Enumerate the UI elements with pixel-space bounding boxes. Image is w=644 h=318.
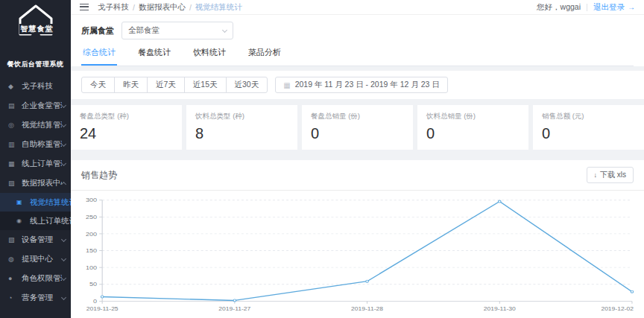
stat-value: 0 <box>426 125 520 142</box>
company-icon: ◆ <box>8 83 18 90</box>
download-xls-button[interactable]: ↓ 下载 xls <box>587 167 634 183</box>
breadcrumb-separator: / <box>133 3 135 12</box>
quick-range-group: 今天 昨天 近7天 近15天 近30天 <box>81 77 268 93</box>
calendar-icon: ▦ <box>283 81 290 89</box>
date-range-picker[interactable]: ▦ 2019 年 11 月 23 日 - 2019 年 12 月 23 日 <box>275 77 448 93</box>
stats-row: 餐盘总类型 (种) 24 饮料总类型 (种) 8 餐盘总销量 (份) 0 饮料总… <box>71 105 644 150</box>
stat-card-total-revenue: 销售总额 (元) 0 <box>533 105 644 150</box>
svg-text:2019-11-25: 2019-11-25 <box>86 306 119 312</box>
svg-text:100: 100 <box>86 264 97 270</box>
logout-icon: → <box>628 3 635 11</box>
stat-value: 8 <box>195 125 288 142</box>
brand-subtitle: 餐饮后台管理系统 <box>0 58 71 74</box>
svg-text:200: 200 <box>86 230 97 237</box>
sidebar-item-data-report[interactable]: ▨ 数据报表中心 <box>0 174 71 193</box>
svg-text:150: 150 <box>86 247 97 254</box>
tab-dish-analysis[interactable]: 菜品分析 <box>247 47 282 66</box>
chart-header: 销售趋势 ↓ 下载 xls <box>71 160 644 191</box>
sidebar-item-online-order[interactable]: ▦ 线上订单管理 <box>0 154 71 174</box>
range-today-button[interactable]: 今天 <box>81 77 115 93</box>
stats-tabs: 综合统计 餐盘统计 饮料统计 菜品分析 <box>81 47 634 66</box>
chevron-down-icon <box>61 236 66 241</box>
sidebar-subitem-vision-stats[interactable]: ▣ 视觉结算统计 <box>0 193 71 212</box>
chevron-down-icon <box>61 121 66 127</box>
tab-overall-stats[interactable]: 综合统计 <box>81 47 117 66</box>
sidebar-item-canteen-mgmt[interactable]: ▤ 企业食堂管理 <box>0 96 71 115</box>
range-yesterday-button[interactable]: 昨天 <box>114 77 148 93</box>
stat-value: 0 <box>311 125 404 142</box>
stat-value: 0 <box>542 125 635 142</box>
chevron-down-icon <box>61 255 66 261</box>
download-icon: ↓ <box>594 171 598 179</box>
chart-body: 0501001502002503002019-11-252019-11-2720… <box>71 191 644 318</box>
chevron-down-icon <box>61 160 66 165</box>
stat-card-plate-sales: 餐盘总销量 (份) 0 <box>302 105 413 150</box>
top-bar: 戈子科技 / 数据报表中心 / 视觉结算统计 您好，wggai 退出登录 → <box>71 0 644 15</box>
sidebar-item-company[interactable]: ◆ 戈子科技 <box>0 77 71 96</box>
sidebar-item-withdraw[interactable]: ◍ 提现中心 <box>0 249 71 269</box>
brand-logo: 智慧食堂 <box>0 0 71 58</box>
breadcrumb-data-report[interactable]: 数据报表中心 <box>139 2 186 13</box>
range-15d-button[interactable]: 近15天 <box>184 77 227 93</box>
stat-card-plate-types: 餐盘总类型 (种) 24 <box>71 105 182 150</box>
data-report-icon: ▨ <box>8 179 18 187</box>
sidebar-item-self-weigh[interactable]: ▥ 自助称重管理 <box>0 135 71 154</box>
sidebar-item-device[interactable]: ▧ 设备管理 <box>0 230 71 249</box>
breadcrumb-company[interactable]: 戈子科技 <box>98 2 129 13</box>
breadcrumb-current: 视觉结算统计 <box>195 2 242 13</box>
sales-trend-card: 销售趋势 ↓ 下载 xls 0501001502002503002019-11-… <box>71 160 644 318</box>
range-7d-button[interactable]: 近7天 <box>147 77 185 93</box>
svg-text:2019-11-27: 2019-11-27 <box>218 306 251 312</box>
user-area: 您好，wggai 退出登录 → <box>537 2 635 13</box>
breadcrumb-separator: / <box>189 3 192 12</box>
date-filter-panel: 今天 昨天 近7天 近15天 近30天 ▦ 2019 年 11 月 23 日 -… <box>71 71 644 99</box>
data-report-submenu: ▣ 视觉结算统计 ◉ 线上订单统计 <box>0 193 71 230</box>
logout-link[interactable]: 退出登录 → <box>593 2 635 13</box>
chevron-down-icon <box>222 27 227 32</box>
sidebar-item-vision-settle[interactable]: ◎ 视觉结算管理 <box>0 115 71 135</box>
range-30d-button[interactable]: 近30天 <box>226 77 268 93</box>
chevron-up-icon <box>61 182 66 187</box>
self-weigh-icon: ▥ <box>8 141 18 148</box>
canteen-mgmt-icon: ▤ <box>8 102 18 109</box>
chart-title: 销售趋势 <box>81 169 117 182</box>
sidebar-menu: ◆ 戈子科技 ▤ 企业食堂管理 ◎ 视觉结算管理 ▥ 自助称重管理 ▦ 线上订单… <box>0 74 71 308</box>
vision-stats-icon: ▣ <box>16 199 26 206</box>
business-icon: ◔ <box>8 294 18 302</box>
chevron-down-icon <box>61 294 66 299</box>
trend-chart: 0501001502002503002019-11-252019-11-2720… <box>74 194 640 318</box>
menu-collapse-icon[interactable] <box>80 4 89 10</box>
stat-card-drink-types: 饮料总类型 (种) 8 <box>186 105 297 150</box>
chevron-down-icon <box>61 102 66 107</box>
sidebar-item-business[interactable]: ◔ 营务管理 <box>0 288 71 308</box>
chevron-down-icon <box>61 141 66 146</box>
divider <box>587 4 587 11</box>
online-order-icon: ▦ <box>8 160 18 168</box>
user-greeting: 您好，wggai <box>537 2 581 13</box>
main-area: 戈子科技 / 数据报表中心 / 视觉结算统计 您好，wggai 退出登录 → 所… <box>71 0 644 318</box>
canteen-select[interactable]: 全部食堂 <box>121 22 233 39</box>
app-window: 智慧食堂 餐饮后台管理系统 ◆ 戈子科技 ▤ 企业食堂管理 ◎ 视觉结算管理 ▥… <box>0 0 644 318</box>
svg-text:2019-11-30: 2019-11-30 <box>484 306 517 312</box>
vision-settle-icon: ◎ <box>8 121 18 129</box>
tab-drink-stats[interactable]: 饮料统计 <box>192 47 227 66</box>
canteen-label: 所属食堂 <box>81 25 114 36</box>
chevron-down-icon <box>61 275 66 280</box>
svg-text:50: 50 <box>89 281 97 287</box>
sidebar: 智慧食堂 餐饮后台管理系统 ◆ 戈子科技 ▤ 企业食堂管理 ◎ 视觉结算管理 ▥… <box>0 0 71 318</box>
svg-text:2019-12-02: 2019-12-02 <box>601 306 634 312</box>
stat-card-drink-sales: 饮料总销量 (份) 0 <box>417 105 528 150</box>
role-perm-icon: ● <box>8 275 18 282</box>
withdraw-icon: ◍ <box>8 255 18 263</box>
sidebar-item-role-perm[interactable]: ● 角色权限管理 <box>0 269 71 288</box>
order-stats-icon: ◉ <box>16 217 26 224</box>
stat-value: 24 <box>80 125 173 142</box>
filter-panel: 所属食堂 全部食堂 综合统计 餐盘统计 饮料统计 菜品分析 <box>71 15 644 66</box>
svg-text:300: 300 <box>86 197 97 203</box>
tab-plate-stats[interactable]: 餐盘统计 <box>136 47 172 66</box>
svg-text:2019-11-28: 2019-11-28 <box>351 306 384 312</box>
brand-title: 智慧食堂 <box>19 24 54 34</box>
sidebar-subitem-order-stats[interactable]: ◉ 线上订单统计 <box>0 212 71 230</box>
device-icon: ▧ <box>8 236 18 244</box>
svg-text:0: 0 <box>93 298 97 305</box>
